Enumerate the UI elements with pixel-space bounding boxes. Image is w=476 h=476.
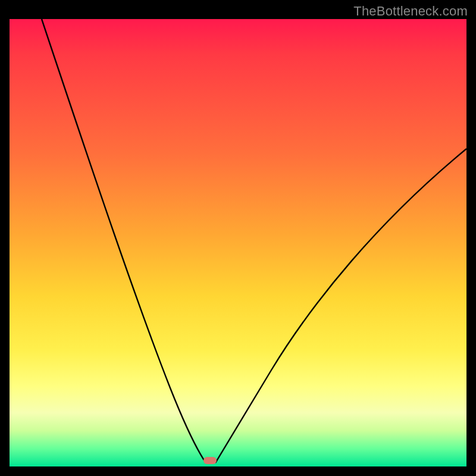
optimum-marker xyxy=(203,457,217,464)
curve-right-branch xyxy=(215,149,466,463)
chart-frame: TheBottleneck.com xyxy=(0,0,476,476)
watermark-text: TheBottleneck.com xyxy=(353,4,468,19)
curve-left-branch xyxy=(42,19,206,463)
bottleneck-curve xyxy=(10,19,466,466)
plot-area xyxy=(10,19,466,466)
